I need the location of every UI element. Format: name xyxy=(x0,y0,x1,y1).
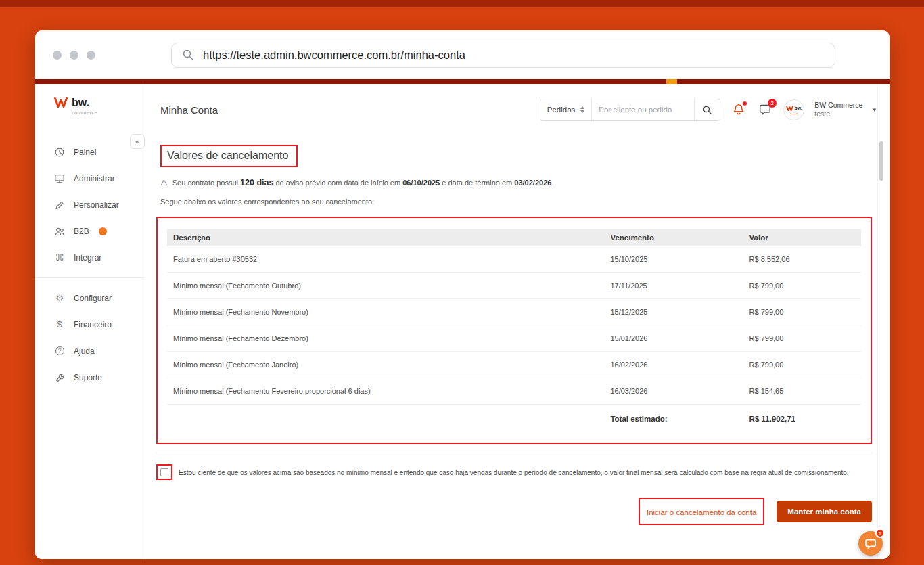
notifications-button[interactable] xyxy=(731,101,747,118)
warning-text: Seu contrato possui 120 dias de aviso pr… xyxy=(172,178,554,187)
section-title: Valores de cancelamento xyxy=(167,150,288,161)
messages-button[interactable]: 2 xyxy=(757,101,773,118)
table-total-row: Total estimado: R$ 11.902,71 xyxy=(167,405,861,432)
support-chat-widget[interactable]: 1 xyxy=(858,531,883,556)
page-title: Minha Conta xyxy=(160,104,218,116)
brand-name: bw. xyxy=(72,97,97,108)
notification-dot-badge xyxy=(742,101,747,106)
sidebar-item-suporte[interactable]: Suporte xyxy=(35,364,145,390)
sidebar-item-label: Painel xyxy=(74,148,96,157)
chat-bubble-icon xyxy=(864,538,877,549)
dollar-icon: $ xyxy=(54,320,65,329)
section-title-annotation: Valores de cancelamento xyxy=(160,145,298,167)
collapse-icon: « xyxy=(135,137,139,145)
sidebar-item-label: Configurar xyxy=(74,294,112,303)
sidebar-item-label: Financeiro xyxy=(74,320,112,330)
dashboard-clock-icon xyxy=(54,147,65,158)
column-header-descricao: Descrição xyxy=(167,229,604,246)
scrollbar-track[interactable] xyxy=(877,84,878,559)
cancellation-section: Valores de cancelamento ⚠ Seu contrato p… xyxy=(145,135,890,559)
header-bar: Minha Conta Pedidos xyxy=(145,84,890,135)
consent-checkbox[interactable] xyxy=(160,468,168,476)
pencil-icon xyxy=(54,200,65,210)
chat-unread-badge: 1 xyxy=(875,528,885,538)
table-row: Mínimo mensal (Fechamento Janeiro) 16/02… xyxy=(167,352,861,378)
window-dot-icon[interactable] xyxy=(70,51,78,60)
bw-logo-icon xyxy=(786,106,793,111)
wrench-icon xyxy=(54,372,65,383)
checkbox-annotation xyxy=(156,464,172,480)
sidebar-item-b2b[interactable]: B2B xyxy=(35,218,145,244)
sidebar-item-personalizar[interactable]: Personalizar xyxy=(35,191,145,218)
window-dot-icon[interactable] xyxy=(87,51,95,60)
chevron-down-icon[interactable]: ▾ xyxy=(873,106,876,113)
top-strip-notch xyxy=(666,79,677,84)
top-accent-band xyxy=(0,0,924,7)
help-icon: ? xyxy=(54,346,65,355)
warning-icon: ⚠ xyxy=(160,178,168,187)
contract-warning: ⚠ Seu contrato possui 120 dias de aviso … xyxy=(160,178,872,187)
action-buttons-row: Iniciar o cancelamento da conta Manter m… xyxy=(160,498,872,525)
sidebar-item-label: B2B xyxy=(74,227,89,236)
sidebar-item-integrar[interactable]: ⌘ Integrar xyxy=(35,244,145,271)
table-row: Mínimo mensal (Fechamento Novembro) 15/1… xyxy=(167,299,861,325)
menu-divider xyxy=(35,277,145,278)
url-bar[interactable]: https://teste.admin.bwcommerce.com.br/mi… xyxy=(171,43,835,68)
search-button[interactable] xyxy=(694,99,720,120)
account-subname: teste xyxy=(814,110,862,118)
window-dot-icon[interactable] xyxy=(53,51,62,60)
search-scope-select[interactable]: Pedidos xyxy=(540,99,592,120)
avatar-brand-text: bw. xyxy=(795,106,802,110)
start-cancellation-button[interactable]: Iniciar o cancelamento da conta xyxy=(647,508,756,516)
search-icon xyxy=(182,49,194,61)
select-arrows-icon xyxy=(580,106,584,113)
users-icon xyxy=(54,226,65,237)
table-row: Mínimo mensal (Fechamento Fevereiro prop… xyxy=(167,378,861,405)
search-scope-label: Pedidos xyxy=(547,106,576,114)
avatar-signature-mark xyxy=(790,112,798,114)
sidebar-item-label: Suporte xyxy=(74,373,102,382)
keep-account-button[interactable]: Manter minha conta xyxy=(777,501,872,522)
section-divider xyxy=(156,453,872,453)
sidebar-item-label: Administrar xyxy=(74,174,115,183)
traffic-lights xyxy=(53,51,95,60)
brand-subtitle: commerce xyxy=(72,110,97,116)
cancel-button-annotation: Iniciar o cancelamento da conta xyxy=(639,498,764,525)
page-top-strip xyxy=(35,79,890,84)
command-icon: ⌘ xyxy=(54,253,65,262)
search-icon xyxy=(702,105,712,115)
table-row: Mínimo mensal (Fechamento Dezembro) 15/0… xyxy=(167,325,861,352)
cancellation-table-annotation: Descrição Vencimento Valor Fatura em abe… xyxy=(156,217,872,444)
brand-logo: bw. commerce xyxy=(35,97,145,116)
avatar[interactable]: bw. xyxy=(783,99,804,120)
total-label: Total estimado: xyxy=(604,405,743,432)
consent-label: Estou ciente de que os valores acima são… xyxy=(179,469,849,476)
sidebar-menu: Painel Administrar Personalizar xyxy=(35,139,145,390)
browser-window: https://teste.admin.bwcommerce.com.br/mi… xyxy=(35,30,890,559)
sidebar-item-configurar[interactable]: ⚙ Configurar xyxy=(35,285,145,311)
account-menu[interactable]: BW Commerce teste xyxy=(814,101,862,118)
gear-icon: ⚙ xyxy=(54,294,65,302)
bw-logo-icon xyxy=(54,97,68,108)
sidebar-item-painel[interactable]: Painel xyxy=(35,139,145,165)
table-intro-text: Segue abaixo os valores correspondentes … xyxy=(160,198,872,206)
scrollbar-thumb[interactable] xyxy=(879,141,883,181)
browser-chrome: https://teste.admin.bwcommerce.com.br/mi… xyxy=(35,30,890,79)
table-row: Fatura em aberto #30532 15/10/2025 R$ 8.… xyxy=(167,246,861,273)
column-header-vencimento: Vencimento xyxy=(604,229,743,246)
sidebar-collapse-button[interactable]: « xyxy=(130,134,145,149)
sidebar-item-ajuda[interactable]: ? Ajuda xyxy=(35,338,145,364)
sidebar-item-administrar[interactable]: Administrar xyxy=(35,165,145,191)
column-header-valor: Valor xyxy=(743,229,861,246)
sidebar-item-label: Integrar xyxy=(74,253,101,263)
search-input[interactable] xyxy=(591,99,694,120)
sidebar-item-financeiro[interactable]: $ Financeiro xyxy=(35,311,145,338)
order-search-group: Pedidos xyxy=(540,99,721,121)
cancellation-values-table: Descrição Vencimento Valor Fatura em abe… xyxy=(167,229,861,432)
table-row: Mínimo mensal (Fechamento Outubro) 17/11… xyxy=(167,273,861,299)
b2b-badge-icon xyxy=(99,227,107,235)
messages-count-badge: 2 xyxy=(768,99,777,108)
monitor-icon xyxy=(54,173,65,184)
sidebar-item-label: Ajuda xyxy=(74,346,95,356)
total-value: R$ 11.902,71 xyxy=(743,405,861,432)
